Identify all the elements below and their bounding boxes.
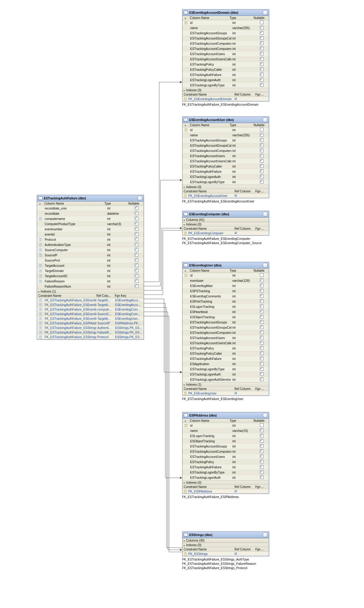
nullable-checkbox[interactable] <box>260 67 264 71</box>
nullable-checkbox[interactable] <box>260 346 264 350</box>
nullable-checkbox[interactable] <box>260 429 264 432</box>
expand-icon[interactable] <box>184 218 185 221</box>
nullable-checkbox[interactable] <box>260 475 264 479</box>
nullable-checkbox[interactable] <box>260 159 264 163</box>
nullable-checkbox[interactable] <box>260 57 264 61</box>
collapse-button[interactable] <box>263 413 268 418</box>
collapse-button[interactable] <box>263 117 268 122</box>
nullable-checkbox[interactable] <box>260 304 264 308</box>
nullable-checkbox[interactable] <box>260 180 264 183</box>
nullable-checkbox[interactable] <box>260 47 264 50</box>
nullable-checkbox[interactable] <box>135 253 138 257</box>
nullable-checkbox[interactable] <box>260 460 264 463</box>
nullable-checkbox[interactable] <box>260 143 264 147</box>
nullable-checkbox[interactable] <box>260 423 264 427</box>
nullable-checkbox[interactable] <box>260 341 264 345</box>
table-estrackingauthfailure[interactable]: ESTrackingAuthFailure (dbo)Column NameTy… <box>37 195 144 340</box>
nullable-checkbox[interactable] <box>135 263 138 267</box>
expand-icon[interactable] <box>184 383 185 386</box>
collapse-button[interactable] <box>263 263 268 268</box>
nullable-checkbox[interactable] <box>260 294 264 298</box>
collapse-button[interactable] <box>263 212 268 217</box>
nullable-checkbox[interactable] <box>260 320 264 324</box>
nullable-checkbox[interactable] <box>260 284 264 287</box>
expand-icon[interactable] <box>37 202 43 206</box>
nullable-checkbox[interactable] <box>135 222 138 225</box>
expand-icon[interactable] <box>184 543 185 547</box>
nullable-checkbox[interactable] <box>260 434 264 437</box>
expand-icon[interactable] <box>184 89 185 92</box>
nullable-checkbox[interactable] <box>260 128 264 131</box>
computer-titlebar[interactable]: ESEventlogComputer (dbo) <box>182 211 269 217</box>
nullable-checkbox[interactable] <box>260 62 264 66</box>
nullable-checkbox[interactable] <box>260 367 264 371</box>
nullable-checkbox[interactable] <box>260 169 264 173</box>
nullable-checkbox[interactable] <box>260 455 264 458</box>
nullable-checkbox[interactable] <box>260 36 264 40</box>
nullable-checkbox[interactable] <box>260 21 264 24</box>
nullable-checkbox[interactable] <box>260 83 264 87</box>
nullable-checkbox[interactable] <box>135 232 138 236</box>
accdomain-titlebar[interactable]: ESEventlogAccountDomain (dbo) <box>182 9 269 16</box>
nullable-checkbox[interactable] <box>260 325 264 329</box>
nullable-checkbox[interactable] <box>260 357 264 360</box>
nullable-checkbox[interactable] <box>260 465 264 469</box>
nullable-checkbox[interactable] <box>260 470 264 474</box>
nullable-checkbox[interactable] <box>260 78 264 81</box>
nullable-checkbox[interactable] <box>135 248 138 251</box>
nullable-checkbox[interactable] <box>135 227 138 231</box>
nullable-checkbox[interactable] <box>260 362 264 365</box>
expand-icon[interactable] <box>184 223 185 226</box>
expand-icon[interactable] <box>182 16 189 20</box>
nullable-checkbox[interactable] <box>135 217 138 220</box>
nullable-checkbox[interactable] <box>260 444 264 448</box>
expand-icon[interactable] <box>184 481 185 484</box>
nullable-checkbox[interactable] <box>260 133 264 137</box>
euser-titlebar[interactable]: ESEventlogUser (dbo) <box>182 262 269 269</box>
nullable-checkbox[interactable] <box>135 279 138 283</box>
table-eseventlogcomputer[interactable]: ESEventlogComputer (dbo) Columns (41) In… <box>182 211 269 236</box>
nullable-checkbox[interactable] <box>260 336 264 339</box>
nullable-checkbox[interactable] <box>260 289 264 293</box>
nullable-checkbox[interactable] <box>260 273 264 277</box>
nullable-checkbox[interactable] <box>260 351 264 355</box>
nullable-checkbox[interactable] <box>135 258 138 262</box>
expand-icon[interactable] <box>38 290 40 293</box>
nullable-checkbox[interactable] <box>260 315 264 319</box>
nullable-checkbox[interactable] <box>260 164 264 168</box>
expand-icon[interactable] <box>182 419 189 423</box>
ip-titlebar[interactable]: ESIPAddress (dbo) <box>182 412 269 419</box>
nullable-checkbox[interactable] <box>260 149 264 152</box>
nullable-checkbox[interactable] <box>260 449 264 453</box>
collapse-button[interactable] <box>263 532 268 537</box>
nullable-checkbox[interactable] <box>260 41 264 45</box>
nullable-checkbox[interactable] <box>260 330 264 334</box>
table-eseventlogaccountuser[interactable]: ESEventlogAccountUser (dbo)Column NameTy… <box>182 116 269 198</box>
nullable-checkbox[interactable] <box>135 243 138 246</box>
nullable-checkbox[interactable] <box>135 269 138 272</box>
nullable-checkbox[interactable] <box>260 73 264 76</box>
nullable-checkbox[interactable] <box>260 377 264 381</box>
nullable-checkbox[interactable] <box>260 175 264 178</box>
nullable-checkbox[interactable] <box>135 211 138 215</box>
nullable-checkbox[interactable] <box>135 274 138 278</box>
table-esipaddress[interactable]: ESIPAddress (dbo)Column NameTypeNullable… <box>182 412 269 494</box>
nullable-checkbox[interactable] <box>260 439 264 443</box>
nullable-checkbox[interactable] <box>135 237 138 241</box>
table-esstrings[interactable]: ESStrings (dbo) Columns (30) Indexes (0)… <box>182 531 269 556</box>
nullable-checkbox[interactable] <box>260 310 264 313</box>
nullable-checkbox[interactable] <box>260 26 264 29</box>
nullable-checkbox[interactable] <box>260 299 264 303</box>
expand-icon[interactable] <box>182 269 189 273</box>
nullable-checkbox[interactable] <box>260 278 264 282</box>
expand-icon[interactable] <box>184 539 185 542</box>
expand-icon[interactable] <box>184 185 185 189</box>
nullable-checkbox[interactable] <box>260 138 264 142</box>
nullable-checkbox[interactable] <box>135 206 138 210</box>
nullable-checkbox[interactable] <box>260 31 264 35</box>
nullable-checkbox[interactable] <box>260 154 264 157</box>
table-eseventlogaccountdomain[interactable]: ESEventlogAccountDomain (dbo)Column Name… <box>182 9 269 101</box>
table-eseventloguser[interactable]: ESEventlogUser (dbo)Column NameTypeNulla… <box>182 262 269 396</box>
expand-icon[interactable] <box>182 123 189 127</box>
tracking-titlebar[interactable]: ESTrackingAuthFailure (dbo) <box>37 195 144 202</box>
